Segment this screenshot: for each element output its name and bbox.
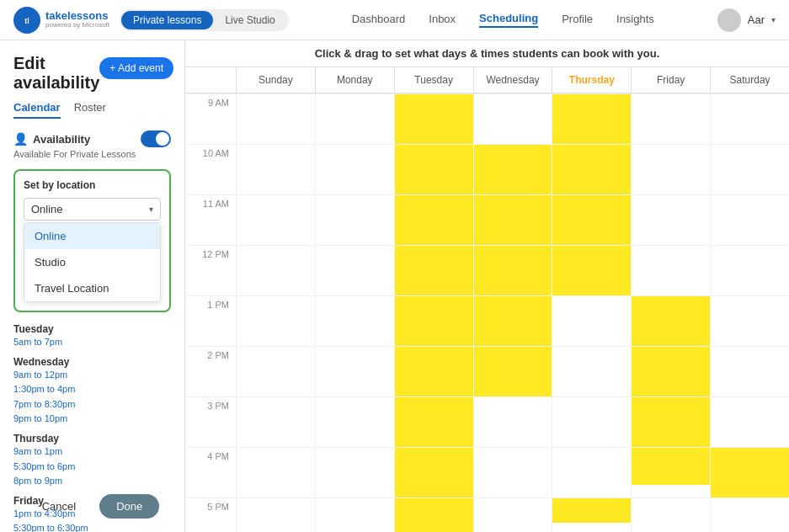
location-selected-value: Online <box>31 203 63 215</box>
cell-sun-2pm[interactable] <box>236 346 315 396</box>
cell-tue-12pm[interactable] <box>394 245 473 295</box>
cell-thu-12pm[interactable] <box>552 245 631 295</box>
cell-wed-10am[interactable] <box>473 144 552 194</box>
cell-thu-2pm[interactable] <box>552 346 631 396</box>
cell-fri-12pm[interactable] <box>631 245 710 295</box>
location-select[interactable]: Online ▾ <box>24 198 161 221</box>
cell-thu-11am[interactable] <box>552 194 631 245</box>
cell-sun-3pm[interactable] <box>236 396 315 447</box>
sidebar: Edit availability + Add event Calendar R… <box>0 40 185 532</box>
nav-insights[interactable]: Insights <box>616 13 654 27</box>
cell-mon-5pm[interactable] <box>315 497 394 532</box>
cell-sat-9am[interactable] <box>710 93 789 144</box>
cell-thu-9am[interactable] <box>552 93 631 144</box>
schedule-times-tuesday: 5am to 7pm <box>13 335 171 350</box>
availability-label: 👤 Availability <box>13 132 90 146</box>
dropdown-item-studio[interactable]: Studio <box>24 249 160 275</box>
dropdown-item-online[interactable]: Online <box>24 223 160 249</box>
top-navigation: tl takelessons powered by Microsoft Priv… <box>0 0 789 40</box>
cell-sun-9am[interactable] <box>236 93 315 144</box>
cell-fri-9am[interactable] <box>631 93 710 144</box>
live-studio-pill[interactable]: Live Studio <box>213 11 286 29</box>
logo-icon: tl <box>13 7 40 34</box>
cell-thu-3pm[interactable] <box>552 396 631 447</box>
nav-dashboard[interactable]: Dashboard <box>352 13 406 27</box>
cell-mon-11am[interactable] <box>315 194 394 245</box>
cell-mon-2pm[interactable] <box>315 346 394 396</box>
cell-sat-3pm[interactable] <box>710 396 789 447</box>
add-event-button[interactable]: + Add event <box>99 57 173 79</box>
done-button[interactable]: Done <box>99 494 159 519</box>
time-label-10am: 10 AM <box>185 144 236 194</box>
day-header-sunday: Sunday <box>236 67 315 93</box>
schedule-times-wednesday: 9am to 12pm 1:30pm to 4pm 7pm to 8:30pm … <box>13 368 171 427</box>
cell-sat-2pm[interactable] <box>710 346 789 396</box>
cell-sat-12pm[interactable] <box>710 245 789 295</box>
cell-mon-12pm[interactable] <box>315 245 394 295</box>
cell-sun-12pm[interactable] <box>236 245 315 295</box>
cell-mon-9am[interactable] <box>315 93 394 144</box>
cell-tue-2pm[interactable] <box>394 346 473 396</box>
cell-mon-3pm[interactable] <box>315 396 394 447</box>
location-box: Set by location Online ▾ Online Studio T… <box>13 169 171 312</box>
cell-fri-11am[interactable] <box>631 194 710 245</box>
cell-fri-1pm[interactable] <box>631 295 710 346</box>
cell-wed-12pm[interactable] <box>473 245 552 295</box>
cell-fri-2pm[interactable] <box>631 346 710 396</box>
cell-thu-4pm[interactable] <box>552 447 631 497</box>
cell-sat-1pm[interactable] <box>710 295 789 346</box>
cell-thu-5pm[interactable] <box>552 497 631 532</box>
cell-wed-3pm[interactable] <box>473 396 552 447</box>
cell-sun-11am[interactable] <box>236 194 315 245</box>
schedule-time: 9am to 12pm <box>13 368 171 383</box>
cell-fri-10am[interactable] <box>631 144 710 194</box>
nav-scheduling[interactable]: Scheduling <box>479 12 538 28</box>
dropdown-item-travel[interactable]: Travel Location <box>24 275 160 301</box>
cell-fri-5pm[interactable] <box>631 497 710 532</box>
day-header-thursday: Thursday <box>552 67 631 93</box>
cell-wed-2pm[interactable] <box>473 346 552 396</box>
cell-tue-11am[interactable] <box>394 194 473 245</box>
cancel-button[interactable]: Cancel <box>25 494 93 519</box>
cell-tue-3pm[interactable] <box>394 396 473 447</box>
nav-inbox[interactable]: Inbox <box>429 13 456 27</box>
cell-sun-10am[interactable] <box>236 144 315 194</box>
cell-tue-1pm[interactable] <box>394 295 473 346</box>
availability-text: Availability <box>33 133 90 146</box>
cell-fri-3pm[interactable] <box>631 396 710 447</box>
cell-wed-4pm[interactable] <box>473 447 552 497</box>
logo[interactable]: tl takelessons powered by Microsoft <box>13 7 109 34</box>
availability-toggle[interactable] <box>141 130 171 147</box>
cell-sat-11am[interactable] <box>710 194 789 245</box>
calendar-grid-container[interactable]: Sunday Monday Tuesday Wednesday Thursday… <box>185 67 789 532</box>
calendar: Click & drag to set what days & times st… <box>185 40 789 532</box>
cell-sat-10am[interactable] <box>710 144 789 194</box>
cell-thu-1pm[interactable] <box>552 295 631 346</box>
day-header-monday: Monday <box>315 67 394 93</box>
cell-mon-4pm[interactable] <box>315 447 394 497</box>
cell-tue-4pm[interactable] <box>394 447 473 497</box>
cell-mon-1pm[interactable] <box>315 295 394 346</box>
cell-wed-11am[interactable] <box>473 194 552 245</box>
user-menu-chevron[interactable]: ▾ <box>771 15 776 24</box>
cell-wed-9am[interactable] <box>473 93 552 144</box>
cell-fri-4pm[interactable] <box>631 447 710 497</box>
svg-text:tl: tl <box>24 17 29 25</box>
cell-sun-5pm[interactable] <box>236 497 315 532</box>
cell-wed-1pm[interactable] <box>473 295 552 346</box>
cell-sun-4pm[interactable] <box>236 447 315 497</box>
cell-mon-10am[interactable] <box>315 144 394 194</box>
cell-sat-4pm[interactable] <box>710 447 789 497</box>
private-lessons-pill[interactable]: Private lessons <box>121 11 213 29</box>
cell-tue-9am[interactable] <box>394 93 473 144</box>
tab-calendar[interactable]: Calendar <box>13 101 61 119</box>
nav-profile[interactable]: Profile <box>562 13 593 27</box>
cell-sun-1pm[interactable] <box>236 295 315 346</box>
cell-wed-5pm[interactable] <box>473 497 552 532</box>
cell-tue-10am[interactable] <box>394 144 473 194</box>
toggle-knob <box>156 132 169 146</box>
tab-roster[interactable]: Roster <box>74 101 106 119</box>
cell-thu-10am[interactable] <box>552 144 631 194</box>
cell-sat-5pm[interactable] <box>710 497 789 532</box>
cell-tue-5pm[interactable] <box>394 497 473 532</box>
